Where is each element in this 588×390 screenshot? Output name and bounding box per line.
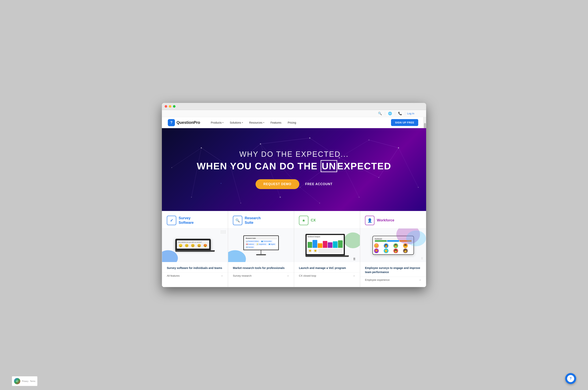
logo-text: QuestionPro [177, 120, 200, 125]
hero-content: WHY DO THE EXPECTED... WHEN YOU CAN DO T… [197, 150, 392, 189]
mac-window: 🔍 🌐 📞 Log In ? QuestionPro Products ▾ [162, 103, 426, 287]
arrow-right-icon: → [419, 278, 421, 281]
survey-all-features-link[interactable]: All features → [162, 273, 228, 279]
workforce-card-image: Dashboard 😊 👩 👨 👦 � [360, 229, 426, 262]
globe-icon[interactable]: 🌐 [387, 111, 393, 116]
monitor-base [256, 254, 266, 255]
survey-card-image: How satisfied are you with our service? … [162, 229, 228, 262]
workforce-card-title: Workforce [377, 218, 394, 223]
research-card-desc: Market research tools for professionals [228, 262, 294, 273]
research-link-label: Survey research [233, 274, 252, 277]
free-account-link[interactable]: FREE ACCOUNT [305, 182, 333, 186]
close-button[interactable] [165, 105, 167, 108]
research-card-image: Research Suite 🔬Research Edition 👥Commun… [228, 229, 294, 262]
cx-icon: ★ [299, 216, 308, 225]
hero-line1: WHY DO THE EXPECTED... [197, 150, 392, 158]
cx-loop-link[interactable]: CX closed loop → [294, 273, 360, 279]
workforce-dots-icon: ⠿ [421, 257, 423, 260]
workforce-card: 👤 Workforce Dashboard [360, 211, 426, 287]
login-link[interactable]: Log In [407, 112, 414, 115]
nav-pricing[interactable]: Pricing [285, 119, 299, 126]
nav-solutions-label: Solutions [230, 121, 241, 124]
divider [395, 112, 395, 115]
blue-blob [162, 250, 178, 262]
hero-buttons: REQUEST DEMO FREE ACCOUNT [197, 179, 392, 189]
window-content: 🔍 🌐 📞 Log In ? QuestionPro Products ▾ [162, 110, 426, 287]
survey-card-desc: Survey software for individuals and team… [162, 262, 228, 273]
research-monitor: Research Suite 🔬Research Edition 👥Commun… [243, 236, 279, 255]
nav-pricing-label: Pricing [288, 121, 296, 124]
arrow-right-icon: → [352, 274, 355, 277]
search-icon[interactable]: 🔍 [377, 111, 383, 116]
hero-line2-highlight: UN [321, 160, 337, 172]
svg-line-30 [260, 138, 310, 144]
svg-line-31 [369, 140, 398, 148]
divider [385, 112, 385, 115]
laptop-base [175, 250, 215, 252]
cx-laptop: Sentiment Analysis [305, 234, 349, 257]
hero-line2-pre: WHEN YOU CAN DO THE [197, 161, 321, 171]
maximize-button[interactable] [173, 105, 176, 108]
research-survey-link[interactable]: Survey research → [228, 273, 294, 279]
workforce-link-label: Employee experience [365, 278, 390, 281]
cx-card-title: CX [311, 218, 316, 223]
logo-icon: ? [168, 119, 175, 126]
monitor-stand [261, 250, 261, 254]
survey-link-label: All features [167, 274, 180, 277]
cx-card-desc: Launch and manage a VoC program [294, 262, 360, 273]
navbar: ? QuestionPro Products ▾ Solutions ▾ Res… [162, 117, 426, 128]
research-card: 🔍 ResearchSuite Research Suite 🔬Research… [228, 211, 294, 287]
cx-card-image: Sentiment Analysis [294, 229, 360, 262]
logo-area[interactable]: ? QuestionPro [168, 119, 200, 126]
nav-resources[interactable]: Resources ▾ [246, 119, 267, 126]
nav-products-label: Products [211, 121, 222, 124]
survey-laptop: How satisfied are you with our service? … [175, 239, 215, 252]
chevron-down-icon: ▾ [222, 121, 223, 124]
nav-features-label: Features [271, 121, 281, 124]
cx-card-header: ★ CX [294, 211, 360, 229]
monitor-screen: Research Suite 🔬Research Edition 👥Commun… [243, 236, 279, 250]
workforce-icon: 👤 [365, 216, 374, 225]
nav-solutions[interactable]: Solutions ▾ [227, 119, 246, 126]
mac-titlebar [162, 103, 426, 110]
chevron-down-icon: ▾ [242, 121, 243, 124]
nav-resources-label: Resources [249, 121, 262, 124]
divider [405, 112, 405, 115]
hero-line2-post: EXPECTED [337, 161, 392, 171]
nav-products[interactable]: Products ▾ [208, 119, 226, 126]
minimize-button[interactable] [169, 105, 171, 108]
grid-dots [221, 231, 226, 234]
workforce-card-header: 👤 Workforce [360, 211, 426, 229]
survey-card-title: SurveySoftware [179, 216, 194, 225]
survey-icon: ✓ [167, 216, 176, 225]
nav-right: SIGN UP FREE [391, 119, 418, 126]
cx-link-label: CX closed loop [299, 274, 316, 277]
request-demo-button[interactable]: REQUEST DEMO [255, 179, 299, 189]
survey-card: ✓ SurveySoftware How satisfied are you w… [162, 211, 228, 287]
arrow-right-icon: → [220, 274, 223, 277]
nav-links: Products ▾ Solutions ▾ Resources ▾ Featu… [208, 119, 391, 126]
svg-line-25 [300, 187, 320, 203]
cx-dots-icon: ⠿ [353, 257, 356, 260]
workforce-exp-link[interactable]: Employee experience → [360, 277, 426, 283]
arrow-right-icon: → [287, 274, 289, 277]
blue-blob-3 [406, 231, 426, 246]
svg-line-27 [398, 148, 418, 187]
signup-button[interactable]: SIGN UP FREE [391, 119, 418, 126]
cards-section: ✓ SurveySoftware How satisfied are you w… [162, 211, 426, 287]
hero-line2: WHEN YOU CAN DO THE UNEXPECTED [197, 160, 392, 172]
hero-section: WHY DO THE EXPECTED... WHEN YOU CAN DO T… [162, 128, 426, 211]
workforce-card-desc: Employee surveys to engage and improve t… [360, 262, 426, 277]
cx-card: ★ CX Sentiment Analysis [294, 211, 360, 287]
research-card-title: ResearchSuite [245, 216, 261, 225]
chevron-down-icon: ▾ [263, 121, 264, 124]
survey-card-header: ✓ SurveySoftware [162, 211, 228, 229]
research-card-header: 🔍 ResearchSuite [228, 211, 294, 229]
laptop-screen: How satisfied are you with our service? … [175, 239, 211, 250]
research-icon: 🔍 [233, 216, 242, 225]
phone-icon[interactable]: 📞 [397, 111, 403, 116]
utility-bar: 🔍 🌐 📞 Log In [162, 110, 426, 117]
cx-laptop-base [305, 255, 349, 257]
nav-features[interactable]: Features [268, 119, 284, 126]
